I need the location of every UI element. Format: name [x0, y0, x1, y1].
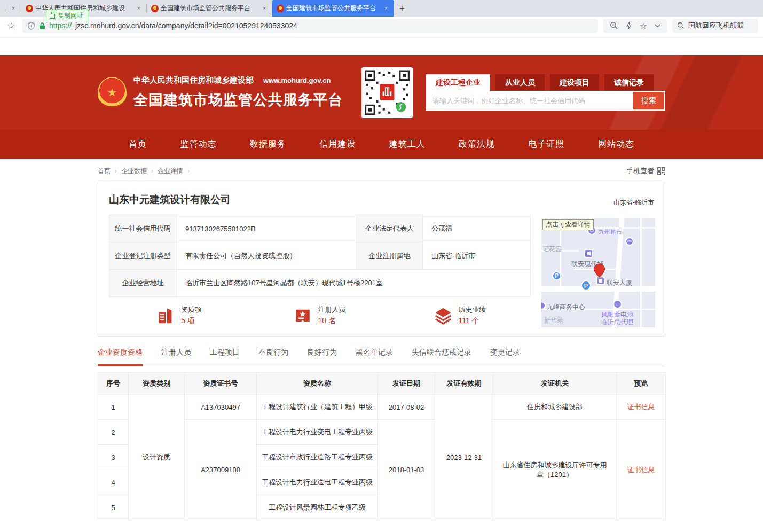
nav-item-credit[interactable]: 信用建设 — [319, 139, 356, 150]
tab-bad-behavior[interactable]: 不良行为 — [258, 348, 288, 366]
company-location-map[interactable]: ▭ 九州超市 ATM 记花园 联安现代城 联安大厦 P P 九峰商务中心 ▯ 风… — [541, 218, 655, 327]
mobile-view-button[interactable]: 手机查看 — [626, 166, 665, 176]
atm-label: ATM — [627, 240, 632, 243]
site-title: 全国建筑市场监管公共服务平台 — [133, 90, 343, 109]
breadcrumb-company-data[interactable]: 企业数据 — [121, 167, 147, 176]
nav-item-data-service[interactable]: 数据服务 — [250, 139, 286, 150]
breadcrumb-company-detail[interactable]: 企业详情 — [158, 167, 183, 176]
nav-item-home[interactable]: 首页 — [129, 139, 147, 150]
parking-label: P — [584, 283, 588, 289]
stat-historical-performance[interactable]: 历史业绩 111 个 — [390, 305, 530, 326]
search-input[interactable] — [426, 91, 632, 111]
tab-title: 全国建筑市场监管公共服务平台 — [286, 4, 380, 13]
parking-icon: P — [552, 271, 561, 280]
stat-label: 历史业绩 — [459, 305, 486, 315]
detail-tabs: 企业资质资格 注册人员 工程项目 不良行为 良好行为 黑名单记录 失信联合惩戒记… — [98, 348, 665, 366]
authority-cell: 山东省住房和城乡建设厅许可专用章（1201） — [493, 420, 617, 520]
tab-qualifications[interactable]: 企业资质资格 — [98, 348, 143, 366]
map-area-label: 记花园 — [542, 245, 562, 254]
certificate-info-link[interactable]: 证书信息 — [627, 466, 655, 474]
browser-tab-active[interactable]: ★ 全国建筑市场监管公共服务平台 — [272, 0, 394, 17]
search-tab-personnel[interactable]: 从业人员 — [495, 74, 545, 91]
shield-icon[interactable] — [27, 22, 35, 30]
search-tab-credit[interactable]: 诚信记录 — [604, 74, 654, 91]
browser-tab-0[interactable]: 界 — [0, 0, 21, 17]
copy-icon — [50, 13, 55, 19]
header-search-module: 建设工程企业 从业人员 建设项目 诚信记录 搜索 — [426, 74, 665, 111]
page-content: 首页 企业数据 企业详情 手机查看 山东中元建筑设计有限公司 山东省-临沂市 统… — [98, 166, 665, 520]
tab-change-records[interactable]: 变更记录 — [490, 348, 520, 366]
tab-title: 全国建筑市场监管公共服务平台 — [161, 4, 258, 13]
close-icon[interactable] — [382, 5, 390, 12]
lightning-icon[interactable] — [626, 21, 632, 30]
tab-title: 界 — [6, 4, 7, 13]
breadcrumb-home[interactable]: 首页 — [98, 167, 111, 176]
main-nav: 首页 监管动态 数据服务 信用建设 建筑工人 政策法规 电子证照 网站动态 — [0, 130, 763, 159]
table-row: 统一社会信用代码 91371302675501022B 企业法定代表人 公茂福 — [109, 215, 531, 242]
issue-date-cell: 2017-08-02 — [378, 395, 435, 420]
map-tooltip: 点击可查看详情 — [542, 219, 594, 230]
col-seq: 序号 — [98, 373, 129, 395]
map-poi-label: 临沂总代理 — [601, 318, 633, 327]
tab-good-behavior[interactable]: 良好行为 — [307, 348, 337, 366]
issue-date-cell: 2018-01-03 — [378, 420, 435, 520]
chevron-down-icon[interactable] — [655, 24, 660, 28]
company-card: 山东中元建筑设计有限公司 山东省-临沂市 统一社会信用代码 9137130267… — [98, 183, 665, 337]
map-area-label: 新华苑 — [544, 316, 563, 325]
copy-url-tooltip: 复制网址 — [46, 10, 88, 22]
mobile-view-label: 手机查看 — [626, 166, 654, 176]
seq-cell: 4 — [98, 470, 129, 495]
close-icon[interactable] — [10, 5, 17, 12]
registration-type-value: 有限责任公司（自然人投资或控股） — [177, 242, 357, 270]
stat-registered-personnel[interactable]: 注册人员 10 名 — [249, 305, 390, 326]
certificate-icon — [294, 307, 312, 325]
emblem-favicon-icon: ★ — [277, 5, 284, 12]
qualifications-table: 序号 资质类别 资质证书号 资质名称 发证日期 发证有效期 发证机关 预览 1 … — [98, 372, 666, 520]
tab-projects[interactable]: 工程项目 — [210, 348, 240, 366]
cert-no-cell: A137030497 — [185, 395, 257, 420]
breadcrumb: 首页 企业数据 企业详情 手机查看 — [98, 166, 665, 176]
authority-cell: 住房和城乡建设部 — [493, 395, 617, 420]
nav-item-license[interactable]: 电子证照 — [529, 139, 565, 150]
parking-icon: P — [581, 280, 591, 291]
seq-cell: 1 — [98, 395, 129, 420]
certificate-info-link[interactable]: 证书信息 — [627, 403, 655, 411]
company-name: 山东中元建筑设计有限公司 — [109, 193, 231, 207]
qr-code-icon — [657, 167, 665, 175]
category-cell: 设计资质 — [129, 395, 185, 520]
browser-tab-2[interactable]: ★ 全国建筑市场监管公共服务平台 — [147, 0, 272, 17]
national-emblem-icon: ★ — [98, 77, 127, 108]
nav-item-news[interactable]: 网站动态 — [598, 139, 634, 150]
new-tab-button[interactable] — [394, 0, 410, 17]
cert-no-cell: A237009100 — [185, 420, 257, 520]
favorite-star-icon[interactable]: ☆ — [640, 21, 647, 31]
header-search-bar: 搜索 — [426, 91, 665, 111]
preview-cell: 证书信息 — [617, 395, 666, 420]
table-row: 1 设计资质 A137030497 工程设计建筑行业（建筑工程）甲级 2017-… — [98, 395, 666, 420]
search-tab-project[interactable]: 建设项目 — [550, 74, 599, 91]
url-text: jzsc.mohurd.gov.cn/data/company/detail?i… — [75, 21, 297, 30]
stat-qualifications[interactable]: 资质项 5 项 — [109, 305, 249, 326]
address-bar[interactable]: https://jzsc.mohurd.gov.cn/data/company/… — [22, 19, 598, 33]
zoom-out-icon[interactable] — [610, 21, 618, 30]
search-tab-enterprise[interactable]: 建设工程企业 — [426, 74, 490, 91]
search-button[interactable]: 搜索 — [632, 91, 665, 111]
close-icon[interactable] — [135, 5, 143, 12]
qual-name-cell: 工程设计电力行业变电工程专业丙级 — [257, 420, 378, 445]
tab-registered-personnel[interactable]: 注册人员 — [161, 348, 191, 366]
stat-value: 5 项 — [181, 316, 202, 326]
company-info-table: 统一社会信用代码 91371302675501022B 企业法定代表人 公茂福 … — [109, 215, 531, 297]
qual-name-cell: 工程设计风景园林工程专项乙级 — [257, 495, 378, 520]
stat-value: 111 个 — [459, 316, 486, 326]
table-row: 企业登记注册类型 有限责任公司（自然人投资或控股） 企业注册属地 山东省-临沂市 — [109, 242, 531, 270]
tab-blacklist[interactable]: 黑名单记录 — [356, 348, 393, 366]
tab-dishonesty-records[interactable]: 失信联合惩戒记录 — [412, 348, 471, 366]
nav-item-supervision[interactable]: 监管动态 — [180, 139, 216, 150]
map-poi-label: 联安大厦 — [607, 278, 632, 287]
nav-item-workers[interactable]: 建筑工人 — [389, 139, 426, 150]
nav-item-policy[interactable]: 政策法规 — [459, 139, 495, 150]
credit-code-value: 91371302675501022B — [177, 215, 357, 242]
bookmark-star-icon[interactable]: ☆ — [5, 20, 17, 32]
quick-search-box[interactable]: 国航回应飞机颠簸 — [672, 19, 758, 33]
close-icon[interactable] — [261, 5, 268, 12]
